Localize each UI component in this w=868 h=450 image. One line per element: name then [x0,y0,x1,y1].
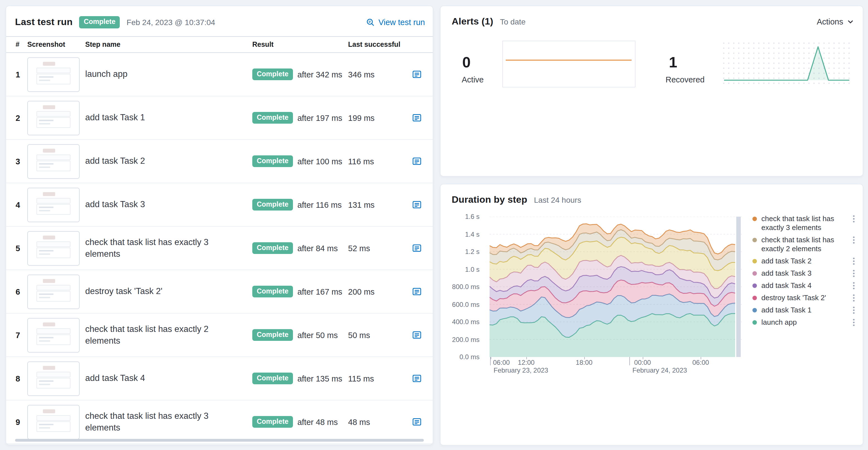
step-number: 4 [16,200,27,209]
step-screenshot-thumbnail[interactable] [27,100,80,135]
column-header-last-successful: Last successful [348,41,402,49]
step-actions-cell [402,68,423,80]
step-screenshot-cell [27,187,85,222]
step-name[interactable]: check that task list has exactly 2 eleme… [85,323,252,347]
step-actions-cell [402,286,423,297]
legend-options-button[interactable] [851,257,856,266]
x-axis-label: 06:00 [692,359,709,366]
y-axis-label: 1.6 s [465,213,479,221]
step-detail-button[interactable] [411,416,423,428]
step-screenshot-thumbnail[interactable] [27,318,80,352]
alerts-panel: Alerts (1) To date Actions 0 Active 1 Re… [440,6,863,176]
step-screenshot-thumbnail[interactable] [27,361,80,396]
legend-options-button[interactable] [851,293,856,302]
step-detail-button[interactable] [411,112,423,124]
legend-options-button[interactable] [851,306,856,315]
legend-item[interactable]: destroy task 'Task 2' [752,293,856,302]
duration-legend: check that task list has exactly 3 eleme… [752,215,856,327]
step-screenshot-thumbnail[interactable] [27,57,80,92]
step-detail-icon [412,330,422,340]
legend-item[interactable]: add task Task 4 [752,281,856,290]
axis-tick [490,357,491,365]
step-screenshot-thumbnail[interactable] [27,231,80,265]
step-name[interactable]: add task Task 4 [85,373,252,384]
duration-y-axis: 1.6 s1.4 s1.2 s1.0 s800.0 ms600.0 ms400.… [440,217,485,357]
step-result-badge: Complete [252,112,293,124]
vertical-dots-icon [853,269,855,277]
table-row: 1 launch app Complete after 342 ms 346 m… [6,53,433,96]
duration-header: Duration by step Last 24 hours [452,194,854,205]
x-axis-label: 12:00 [518,359,535,366]
step-duration: after 48 ms [298,417,338,426]
step-detail-button[interactable] [411,329,423,341]
legend-item[interactable]: check that task list has exactly 3 eleme… [752,215,856,232]
alerts-title: Alerts (1) [452,16,493,27]
steps-table-header: # Screenshot Step name Result Last succe… [6,36,433,53]
step-name[interactable]: destroy task 'Task 2' [85,286,252,297]
legend-color-dot [752,217,757,221]
step-last-successful: 52 ms [348,244,402,253]
legend-options-button[interactable] [851,281,856,290]
legend-label: add task Task 1 [761,306,846,315]
step-result-cell: Complete after 84 ms [252,242,348,254]
vertical-dots-icon [853,319,855,326]
table-row: 4 add task Task 3 Complete after 116 ms … [6,183,433,227]
vertical-dots-icon [853,236,855,244]
step-detail-button[interactable] [411,242,423,254]
screenshot-image [28,58,79,91]
step-screenshot-thumbnail[interactable] [27,274,80,309]
step-last-successful: 48 ms [348,417,402,426]
legend-options-button[interactable] [851,269,856,278]
step-screenshot-cell [27,274,85,309]
legend-item[interactable]: add task Task 3 [752,269,856,278]
recovered-alerts-count: 1 [669,54,677,71]
step-detail-icon [412,244,422,253]
legend-label: check that task list has exactly 3 eleme… [761,215,846,232]
legend-options-button[interactable] [851,235,856,245]
duration-title: Duration by step [452,194,527,205]
step-number: 3 [16,157,27,166]
y-axis-label: 1.0 s [465,265,479,273]
step-detail-button[interactable] [411,155,423,167]
step-detail-button[interactable] [411,373,423,384]
step-duration: after 100 ms [298,157,342,166]
legend-options-button[interactable] [851,318,856,327]
step-name[interactable]: launch app [85,68,252,80]
active-alerts-sparkline [502,41,636,88]
step-last-successful: 50 ms [348,330,402,340]
step-number: 5 [16,244,27,253]
step-name[interactable]: add task Task 2 [85,155,252,167]
vertical-dots-icon [853,257,855,265]
legend-item[interactable]: launch app [752,318,856,327]
duration-chart[interactable] [490,217,742,357]
last-test-run-panel: Last test run Complete Feb 24, 2023 @ 10… [6,6,433,445]
x-axis-label: 00:00 [634,359,651,366]
legend-item[interactable]: check that task list has exactly 2 eleme… [752,235,856,253]
view-test-run-link[interactable]: View test run [366,18,425,27]
legend-options-button[interactable] [851,215,856,223]
legend-color-dot [752,296,757,300]
step-screenshot-thumbnail[interactable] [27,405,80,439]
screenshot-image [28,144,79,178]
step-name[interactable]: check that task list has exactly 3 eleme… [85,410,252,433]
legend-item[interactable]: add task Task 2 [752,257,856,266]
step-screenshot-thumbnail[interactable] [27,144,80,179]
step-detail-button[interactable] [411,199,423,211]
alerts-actions-button[interactable]: Actions [817,17,854,26]
step-duration: after 197 ms [298,113,342,122]
step-name[interactable]: check that task list has exactly 3 eleme… [85,236,252,260]
step-screenshot-thumbnail[interactable] [27,187,80,222]
step-name[interactable]: add task Task 1 [85,112,252,124]
step-name[interactable]: add task Task 3 [85,199,252,211]
column-header-number: # [16,41,27,49]
legend-label: launch app [761,318,846,327]
step-detail-button[interactable] [411,286,423,297]
step-result-badge: Complete [252,155,293,167]
horizontal-scrollbar[interactable] [15,439,424,442]
legend-label: add task Task 3 [761,269,846,278]
steps-table: # Screenshot Step name Result Last succe… [6,36,433,444]
legend-item[interactable]: add task Task 1 [752,306,856,315]
step-screenshot-cell [27,144,85,179]
x-axis-label: 18:00 [576,359,593,366]
step-detail-button[interactable] [411,68,423,80]
